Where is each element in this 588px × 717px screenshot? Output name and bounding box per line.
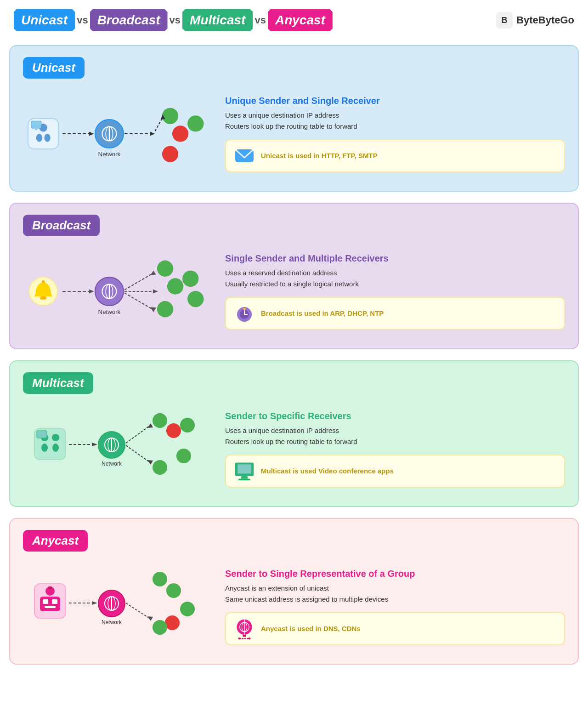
svg-marker-35 xyxy=(150,271,156,275)
badge-broadcast: Broadcast xyxy=(90,9,168,31)
anycast-diagram: Network xyxy=(23,561,216,653)
svg-rect-79 xyxy=(52,599,57,604)
svg-line-38 xyxy=(124,293,153,309)
anycast-title: Anycast xyxy=(23,530,88,552)
anycast-body: Network Sender to Single Representative … xyxy=(23,561,565,653)
vs-1: vs xyxy=(77,14,88,26)
vs-3: vs xyxy=(254,14,266,26)
svg-rect-47 xyxy=(243,308,246,310)
badge-unicast: Unicast xyxy=(14,9,75,31)
unicast-info-desc: Uses a unique destination IP address Rou… xyxy=(225,110,565,132)
svg-marker-39 xyxy=(150,307,156,312)
svg-text:Network: Network xyxy=(102,619,122,626)
svg-text:Network: Network xyxy=(98,308,121,315)
multicast-use-case-icon xyxy=(233,460,255,482)
svg-point-71 xyxy=(176,449,191,463)
svg-point-70 xyxy=(180,418,195,432)
svg-point-96 xyxy=(180,602,195,616)
svg-marker-91 xyxy=(147,616,153,621)
brand: B ByteByteGo xyxy=(496,12,574,28)
broadcast-title: Broadcast xyxy=(23,215,100,236)
unicast-info-title: Unique Sender and Single Receiver xyxy=(225,96,565,106)
svg-text:B: B xyxy=(502,16,508,25)
svg-point-92 xyxy=(153,572,167,586)
svg-point-104 xyxy=(249,637,251,639)
svg-rect-77 xyxy=(40,597,60,611)
svg-text:Network: Network xyxy=(102,461,122,467)
svg-marker-9 xyxy=(89,132,94,136)
unicast-diagram: Network xyxy=(23,88,216,180)
multicast-info-desc: Uses a unique destination IP address Rou… xyxy=(225,425,565,447)
svg-line-63 xyxy=(126,426,149,443)
anycast-use-case-icon xyxy=(233,618,255,640)
svg-rect-6 xyxy=(31,121,41,128)
multicast-body: Network Sender to Specific Receivers Use… xyxy=(23,403,565,495)
svg-point-54 xyxy=(52,444,59,452)
broadcast-section: Broadcast Netwo xyxy=(9,203,579,349)
brand-name: ByteByteGo xyxy=(516,14,574,26)
svg-rect-7 xyxy=(35,128,37,130)
svg-point-95 xyxy=(153,620,167,635)
svg-point-52 xyxy=(41,444,48,452)
svg-line-21 xyxy=(155,118,163,131)
svg-point-17 xyxy=(162,108,178,124)
svg-point-41 xyxy=(167,278,183,294)
svg-point-68 xyxy=(166,423,181,438)
svg-rect-80 xyxy=(45,606,56,608)
anycast-section: Anycast xyxy=(9,518,579,665)
svg-rect-82 xyxy=(48,586,52,589)
broadcast-use-case-text: Broadcast is used in ARP, DHCP, NTP xyxy=(261,309,384,317)
badge-multicast: Multicast xyxy=(182,9,253,31)
svg-point-69 xyxy=(153,460,167,475)
svg-rect-73 xyxy=(237,464,251,473)
svg-text:Network: Network xyxy=(98,151,121,158)
svg-line-90 xyxy=(126,603,149,618)
unicast-use-case: Unicast is used in HTTP, FTP, SMTP xyxy=(225,139,565,172)
svg-point-53 xyxy=(52,434,59,441)
svg-point-67 xyxy=(153,413,167,428)
broadcast-body: Network Single Sender and Multiple Recei… xyxy=(23,245,565,337)
svg-marker-28 xyxy=(89,290,94,294)
unicast-info: Unique Sender and Single Receiver Uses a… xyxy=(225,96,565,172)
svg-line-65 xyxy=(126,445,149,462)
svg-point-40 xyxy=(157,261,173,277)
title-badges: Unicast vs Broadcast vs Multicast vs Any… xyxy=(14,9,333,31)
multicast-use-case-text: Multicast is used Video conference apps xyxy=(261,467,394,475)
multicast-section: Multicast xyxy=(9,360,579,507)
svg-marker-37 xyxy=(153,290,158,294)
multicast-use-case: Multicast is used Video conference apps xyxy=(225,455,565,488)
svg-point-18 xyxy=(172,125,188,142)
svg-point-44 xyxy=(187,291,204,307)
multicast-info-title: Sender to Specific Receivers xyxy=(225,411,565,421)
svg-point-20 xyxy=(187,115,204,131)
broadcast-info-desc: Uses a reserved destination address Usua… xyxy=(225,267,565,290)
svg-point-43 xyxy=(157,301,173,317)
svg-rect-55 xyxy=(37,431,47,438)
vs-2: vs xyxy=(170,14,181,26)
broadcast-diagram: Network xyxy=(23,245,216,337)
multicast-info: Sender to Specific Receivers Uses a uniq… xyxy=(225,411,565,488)
svg-rect-74 xyxy=(241,476,248,479)
unicast-section: Unicast xyxy=(9,45,579,192)
svg-marker-64 xyxy=(147,423,153,428)
broadcast-use-case-icon xyxy=(233,302,255,324)
svg-marker-66 xyxy=(147,460,153,465)
unicast-title: Unicast xyxy=(23,57,85,79)
anycast-info-title: Sender to Single Representative of a Gro… xyxy=(225,569,565,579)
anycast-info-desc: Anycast is an extension of unicast Same … xyxy=(225,583,565,605)
unicast-use-case-text: Unicast is used in HTTP, FTP, SMTP xyxy=(261,152,378,159)
svg-point-4 xyxy=(36,134,42,142)
unicast-use-case-icon xyxy=(233,145,255,167)
unicast-body: Network Unique Sender and Single xyxy=(23,88,565,180)
broadcast-info: Single Sender and Multiple Receivers Use… xyxy=(225,253,565,330)
svg-marker-84 xyxy=(92,601,97,605)
svg-rect-25 xyxy=(40,296,46,300)
anycast-use-case: Anycast is used in DNS, CDNs xyxy=(225,612,565,645)
svg-point-42 xyxy=(182,271,198,287)
anycast-use-case-text: Anycast is used in DNS, CDNs xyxy=(261,625,361,632)
badge-anycast: Anycast xyxy=(268,9,333,31)
brand-icon: B xyxy=(496,12,513,28)
multicast-title: Multicast xyxy=(23,372,93,394)
svg-line-34 xyxy=(124,273,153,290)
multicast-diagram: Network xyxy=(23,403,216,495)
